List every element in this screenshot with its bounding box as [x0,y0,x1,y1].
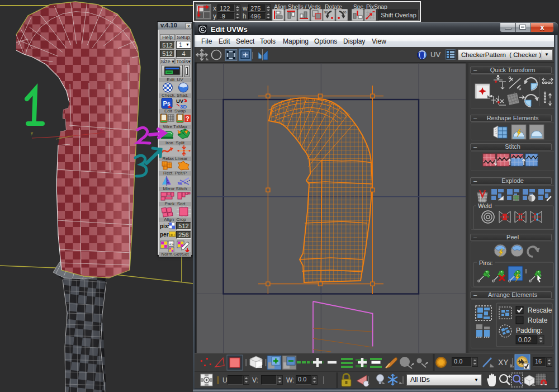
svg-text:W:: W: [286,376,294,384]
svg-text:Pins:: Pins: [479,259,492,266]
svg-text:Rotate: Rotate [528,317,548,324]
svg-text:Weld: Weld [478,202,492,209]
svg-text:x: x [101,127,103,132]
svg-text:Rescale: Rescale [528,306,552,314]
svg-text:Padding:: Padding: [516,327,542,334]
svg-text:0.02: 0.02 [518,336,532,344]
svg-text:y: y [31,130,33,135]
svg-text:?: ? [186,115,190,122]
svg-text:1:1: 1:1 [169,242,174,245]
svg-text:V:: V: [252,376,258,384]
svg-text:XY: XY [498,358,509,367]
